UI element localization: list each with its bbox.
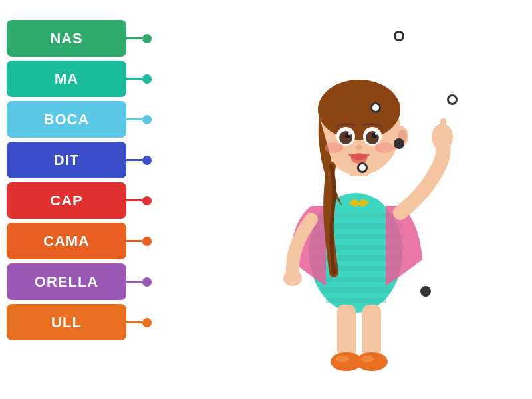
character-area [200,0,532,399]
svg-point-12 [318,80,400,140]
main-container: NASMABOCADITCAPCAMAORELLAULL [0,0,532,399]
connector-line-boca [126,118,142,120]
svg-point-20 [375,132,378,135]
connector-dot-ull [142,318,152,327]
svg-point-29 [283,270,302,286]
svg-rect-28 [440,118,446,137]
body-dot-knee[interactable] [420,286,431,297]
connector-dot-nas [142,34,152,43]
body-dot-mouth[interactable] [394,138,404,149]
body-dot-eye[interactable] [370,102,381,113]
label-row-nas: NAS [7,20,152,57]
body-dot-hand[interactable] [357,162,368,173]
svg-rect-30 [337,305,356,358]
body-dot-head[interactable] [394,31,404,41]
character-svg [233,7,485,379]
label-btn-boca[interactable]: BOCA [7,101,126,138]
svg-rect-8 [321,287,391,293]
connector-dot-orella [142,277,152,287]
connector-line-cap [126,200,142,201]
body-dot-ear[interactable] [447,94,458,105]
connector-dot-ma [142,74,152,84]
connector-dot-cap [142,196,152,205]
svg-point-24 [356,145,362,150]
label-btn-nas[interactable]: NAS [7,20,126,57]
svg-point-21 [325,142,343,153]
label-btn-ma[interactable]: MA [7,61,126,97]
connector-line-orella [126,281,142,283]
label-row-cap: CAP [7,182,152,219]
label-btn-cap[interactable]: CAP [7,182,126,219]
label-btn-dit[interactable]: DIT [7,142,126,178]
label-row-boca: BOCA [7,101,152,138]
connector-dot-dit [142,156,152,165]
connector-dot-boca [142,115,152,124]
label-row-orella: ORELLA [7,263,152,300]
connector-dot-cama [142,237,152,246]
label-row-dit: DIT [7,142,152,178]
svg-point-22 [375,142,394,153]
connector-line-ull [126,321,142,323]
svg-rect-7 [315,277,396,282]
connector-line-dit [126,159,142,161]
labels-column: NASMABOCADITCAPCAMAORELLAULL [7,20,152,340]
connector-line-nas [126,37,142,39]
svg-rect-31 [362,305,381,358]
svg-point-23 [351,153,367,164]
label-btn-orella[interactable]: ORELLA [7,263,126,300]
connector-line-ma [126,78,142,80]
label-btn-cama[interactable]: CAMA [7,223,126,259]
svg-rect-9 [326,298,386,303]
svg-point-34 [336,356,349,362]
label-row-ma: MA [7,61,152,97]
connector-line-cama [126,240,142,242]
label-row-ull: ULL [7,304,152,340]
svg-point-19 [348,132,351,135]
label-btn-ull[interactable]: ULL [7,304,126,340]
label-row-cama: CAMA [7,223,152,259]
svg-point-35 [361,356,374,362]
